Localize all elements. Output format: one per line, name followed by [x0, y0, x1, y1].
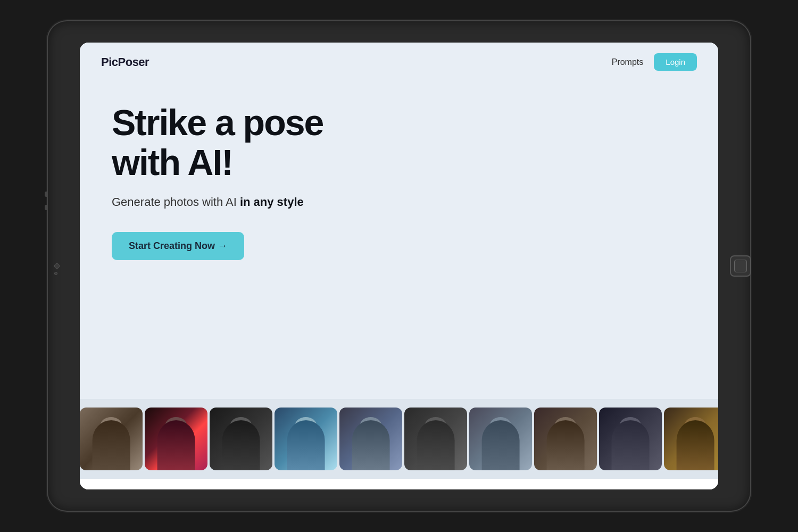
portrait-body [677, 420, 714, 470]
tablet-camera-dot [54, 272, 57, 275]
gallery-item[interactable] [210, 408, 272, 470]
portrait-body [222, 420, 260, 470]
gallery-item[interactable] [339, 408, 402, 470]
navbar: PicPoser Prompts Login [80, 43, 718, 81]
gallery-item[interactable] [469, 408, 532, 470]
hero-title: Strike a pose with AI! [112, 103, 367, 182]
gallery-footer [80, 479, 718, 489]
tablet-home-button[interactable] [730, 255, 751, 277]
hero-subtitle-plain: Generate photos with AI [112, 195, 240, 209]
gallery-item[interactable] [599, 408, 662, 470]
gallery-item[interactable] [145, 408, 207, 470]
tablet-volume-up[interactable] [45, 192, 48, 197]
gallery-item[interactable] [404, 408, 467, 470]
gallery-item[interactable] [534, 408, 597, 470]
nav-right: Prompts Login [612, 53, 697, 71]
hero-section: Strike a pose with AI! Generate photos w… [80, 81, 718, 399]
portrait-body [93, 420, 130, 470]
portrait-body [612, 420, 650, 470]
tablet-volume-down[interactable] [45, 205, 48, 210]
hero-subtitle: Generate photos with AI in any style [112, 193, 335, 211]
app-logo[interactable]: PicPoser [101, 55, 149, 69]
gallery-section [80, 399, 718, 489]
portrait-body [287, 420, 325, 470]
gallery-item[interactable] [664, 408, 718, 470]
portrait-body [157, 420, 195, 470]
hero-subtitle-bold: in any style [240, 195, 304, 209]
nav-prompts-link[interactable]: Prompts [612, 57, 644, 67]
login-button[interactable]: Login [654, 53, 697, 71]
portrait-body [352, 420, 390, 470]
portrait-body [417, 420, 455, 470]
gallery-strip [80, 399, 718, 479]
tablet-frame: PicPoser Prompts Login Strike a pose wit… [48, 21, 750, 511]
tablet-home-button-inner [734, 260, 747, 272]
tablet-camera [54, 263, 60, 269]
portrait-body [482, 420, 520, 470]
tablet-screen: PicPoser Prompts Login Strike a pose wit… [80, 43, 718, 489]
start-creating-button[interactable]: Start Creating Now → [112, 232, 244, 260]
portrait-body [547, 420, 585, 470]
gallery-item[interactable] [80, 408, 143, 470]
gallery-item[interactable] [275, 408, 337, 470]
